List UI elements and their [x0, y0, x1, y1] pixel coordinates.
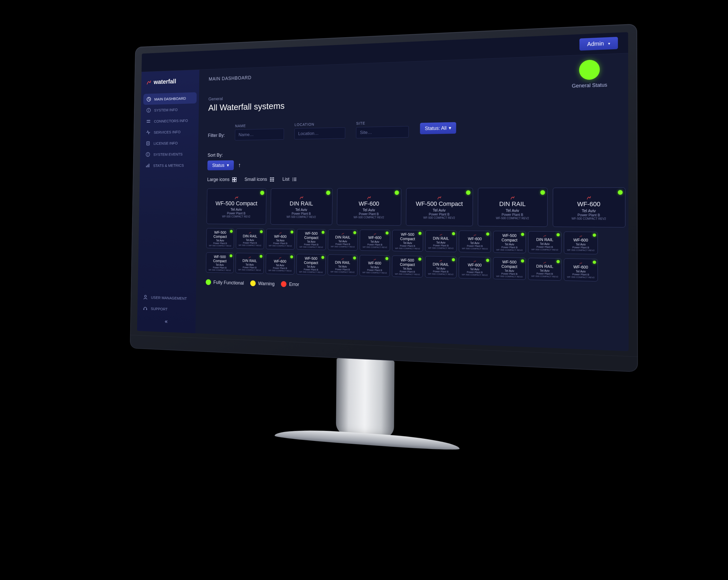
general-status-label: General Status	[572, 82, 607, 89]
brand-logo-icon	[543, 235, 546, 237]
user-icon	[143, 294, 148, 299]
sort-field-dropdown[interactable]: Status	[207, 160, 234, 170]
filter-location-input[interactable]	[294, 128, 345, 140]
device-site: Power Plant B	[339, 212, 399, 216]
device-card[interactable]: DIN RAIL Tel Aviv Power Plant B WF-500 C…	[328, 255, 358, 276]
device-card[interactable]: WF-500 Compact Tel Aviv Power Plant B WF…	[207, 188, 266, 225]
device-card[interactable]: DIN RAIL Tel Aviv Power Plant B WF-500 C…	[528, 258, 562, 281]
status-ok-icon	[593, 261, 596, 264]
device-card[interactable]: DIN RAIL Tel Aviv Power Plant B WF-500 C…	[528, 231, 562, 254]
device-revision: WF-500 COMPACT REV2	[530, 248, 560, 251]
device-location: Tel Aviv	[555, 208, 623, 213]
device-name: WF-600	[566, 264, 596, 269]
status-ok-icon	[230, 230, 233, 233]
brand-logo-icon	[473, 234, 476, 236]
device-card[interactable]: WF-600 Tel Aviv Power Plant B WF-500 COM…	[359, 255, 390, 277]
device-card[interactable]: WF-600 Tel Aviv Power Plant B WF-500 COM…	[564, 232, 598, 255]
sidebar-collapse-toggle[interactable]	[163, 316, 170, 327]
device-revision: WF-500 COMPACT REV2	[427, 246, 455, 249]
device-card[interactable]: WF-500 Compact Tel Aviv Power Plant B WF…	[406, 188, 473, 226]
device-card[interactable]: WF-500 Compact Tel Aviv Power Plant B WF…	[493, 231, 526, 253]
status-ok-icon	[395, 190, 399, 195]
sidebar-item-dashboard[interactable]: MAIN DASHBOARD	[143, 92, 197, 105]
filter-status-dropdown[interactable]: Status: All	[420, 122, 456, 134]
device-name: WF-500 Compact	[208, 255, 232, 263]
status-ok-icon	[260, 191, 264, 195]
device-name: WF-600	[461, 263, 489, 268]
device-card[interactable]: DIN RAIL Tel Aviv Power Plant B WF-500 C…	[235, 253, 264, 274]
admin-dropdown[interactable]: Admin	[579, 37, 618, 51]
view-large-icons[interactable]: Large icons	[207, 177, 237, 182]
device-card[interactable]: WF-500 Compact Tel Aviv Power Plant B WF…	[493, 257, 526, 280]
sidebar-item-support[interactable]: SUPPORT	[140, 302, 193, 316]
brand-name: waterfall	[154, 78, 176, 85]
brand-logo-icon	[279, 257, 282, 259]
device-name: DIN RAIL	[237, 234, 262, 239]
status-ok-icon	[260, 230, 263, 233]
device-card[interactable]: DIN RAIL Tel Aviv Power Plant B WF-500 C…	[425, 230, 457, 252]
device-name: WF-600	[339, 200, 399, 207]
device-card[interactable]: WF-600 Tel Aviv Power Plant B WF-500 COM…	[553, 188, 626, 228]
device-card[interactable]: WF-600 Tel Aviv Power Plant B WF-500 COM…	[337, 188, 401, 226]
device-card[interactable]: WF-500 Compact Tel Aviv Power Plant B WF…	[296, 254, 326, 275]
brand-logo-icon	[437, 195, 441, 200]
device-revision: WF-500 COMPACT REV2	[267, 269, 293, 272]
device-card[interactable]: WF-500 Compact Tel Aviv Power Plant B WF…	[392, 230, 423, 252]
device-card[interactable]: DIN RAIL Tel Aviv Power Plant B WF-500 C…	[425, 256, 457, 278]
status-ok-icon	[418, 232, 421, 235]
sidebar-item-label: STATS & METRICS	[153, 163, 184, 168]
view-small-icons[interactable]: Small icons	[244, 177, 275, 182]
filter-name-input[interactable]	[235, 129, 284, 140]
sidebar-item-license[interactable]: LICENSE INFO	[142, 137, 196, 149]
device-card[interactable]: WF-500 Compact Tel Aviv Power Plant B WF…	[206, 228, 234, 248]
device-name: WF-600	[555, 200, 623, 208]
sidebar-item-stats[interactable]: STATS & METRICS	[142, 160, 196, 171]
view-toggle: Large icons Small icons List	[207, 175, 616, 182]
device-card[interactable]: WF-600 Tel Aviv Power Plant B WF-500 COM…	[266, 229, 295, 250]
brand: waterfall	[144, 76, 197, 93]
device-card[interactable]: WF-600 Tel Aviv Power Plant B WF-500 COM…	[564, 259, 598, 282]
device-card[interactable]: WF-500 Compact Tel Aviv Power Plant B WF…	[392, 256, 423, 278]
device-site: Power Plant B	[408, 212, 471, 216]
sidebar-item-services[interactable]: SERVICES INFO	[142, 126, 196, 138]
status-ok-icon	[290, 256, 293, 259]
device-name: WF-500 Compact	[495, 233, 524, 242]
brand-logo-icon	[543, 261, 546, 264]
device-name: WF-500 Compact	[208, 200, 264, 207]
status-ok-icon	[353, 231, 356, 234]
status-ok-icon	[486, 233, 489, 236]
support-icon	[143, 306, 148, 311]
brand-logo-icon	[249, 232, 251, 234]
device-card[interactable]: WF-600 Tel Aviv Power Plant B WF-500 COM…	[459, 231, 491, 253]
device-revision: WF-500 COMPACT REV2	[298, 246, 324, 248]
device-card[interactable]: WF-600 Tel Aviv Power Plant B WF-500 COM…	[360, 230, 390, 251]
sidebar-item-info[interactable]: SYSTEM INFO	[143, 104, 197, 116]
device-card[interactable]: DIN RAIL Tel Aviv Power Plant B WF-500 C…	[328, 229, 358, 251]
device-card[interactable]: WF-500 Compact Tel Aviv Power Plant B WF…	[296, 229, 326, 250]
view-list[interactable]: List	[282, 177, 297, 182]
status-ok-icon	[521, 259, 524, 263]
device-card[interactable]: DIN RAIL Tel Aviv Power Plant B WF-500 C…	[270, 188, 333, 225]
filter-site-input[interactable]	[356, 126, 409, 138]
device-card[interactable]: DIN RAIL Tel Aviv Power Plant B WF-500 C…	[236, 228, 264, 249]
filter-location-group: LOCATION	[294, 122, 345, 139]
sort-direction-toggle[interactable]	[238, 162, 241, 168]
view-large-label: Large icons	[207, 177, 230, 182]
device-revision: WF-500 COMPACT REV2	[461, 273, 489, 276]
sidebar-item-connectors[interactable]: CONNECTORS INFO	[143, 114, 196, 127]
device-card[interactable]: DIN RAIL Tel Aviv Power Plant B WF-500 C…	[478, 188, 548, 227]
sidebar-item-events[interactable]: SYSTEM EVENTS	[142, 148, 196, 160]
sidebar-item-user[interactable]: USER MANAGEMENT	[140, 291, 194, 304]
device-location: Tel Aviv	[208, 207, 264, 212]
device-card[interactable]: WF-600 Tel Aviv Power Plant B WF-500 COM…	[266, 253, 294, 274]
chevron-down-icon	[608, 41, 610, 46]
device-revision: WF-500 COMPACT REV2	[330, 245, 356, 248]
sidebar-item-label: CONNECTORS INFO	[154, 118, 188, 124]
device-name: DIN RAIL	[330, 235, 356, 240]
device-card[interactable]: WF-500 Compact Tel Aviv Power Plant B WF…	[206, 252, 234, 273]
device-card[interactable]: WF-600 Tel Aviv Power Plant B WF-500 COM…	[459, 257, 491, 279]
sidebar-item-label: SUPPORT	[151, 306, 168, 311]
sidebar-item-label: USER MANAGEMENT	[151, 295, 187, 300]
device-name: WF-600	[361, 261, 388, 265]
filter-label: Filter By:	[208, 133, 225, 138]
